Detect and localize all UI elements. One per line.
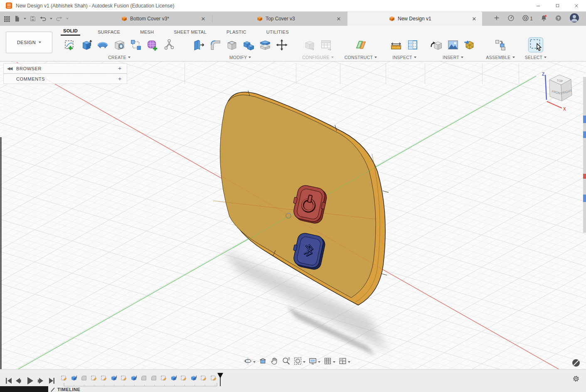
- browser-panel-header[interactable]: ◀◀ BROWSER ＋: [3, 63, 127, 74]
- new-component-icon[interactable]: [494, 39, 507, 51]
- toolbar-group-label[interactable]: SELECT: [525, 55, 543, 60]
- ribbon-tab-sheet-metal[interactable]: SHEET METAL: [171, 28, 209, 36]
- undo-caret[interactable]: [50, 18, 52, 20]
- timeline-feature-sketch[interactable]: [61, 375, 67, 381]
- configuration-icon[interactable]: [303, 39, 316, 51]
- workspace-selector[interactable]: DESIGN: [6, 32, 52, 53]
- timeline-feature-fillet[interactable]: [140, 375, 147, 381]
- display-settings-caret-icon[interactable]: [318, 361, 320, 363]
- grid-display-icon[interactable]: [323, 357, 332, 367]
- grid-display-caret-icon[interactable]: [333, 361, 335, 363]
- insert-mesh-icon[interactable]: [463, 39, 476, 51]
- orbit-tool[interactable]: [243, 356, 256, 367]
- toolbar-group-label[interactable]: CONFIGURE: [302, 55, 330, 60]
- generative-icon[interactable]: [163, 39, 175, 51]
- ribbon-tab-surface[interactable]: SURFACE: [95, 28, 123, 36]
- new-document-icon[interactable]: [493, 15, 500, 23]
- ribbon-tab-mesh[interactable]: MESH: [138, 28, 156, 36]
- look-at-icon[interactable]: [259, 357, 267, 367]
- viewports-icon[interactable]: [338, 357, 347, 367]
- go-to-start-button[interactable]: [6, 378, 12, 384]
- timeline-position-marker[interactable]: [215, 372, 225, 387]
- toolbar-group-label[interactable]: MODIFY: [229, 55, 247, 60]
- group-dropdown-caret[interactable]: [544, 57, 547, 58]
- fit-caret-icon[interactable]: [303, 361, 305, 363]
- measure-icon[interactable]: [390, 39, 402, 51]
- move-copy-icon[interactable]: [276, 39, 288, 51]
- group-dropdown-caret[interactable]: [512, 57, 515, 58]
- grid-display-tool[interactable]: [323, 356, 336, 367]
- zoom-tool[interactable]: [281, 356, 291, 367]
- timeline-feature-fillet[interactable]: [150, 375, 157, 381]
- save-icon[interactable]: [30, 15, 36, 22]
- toolbar-group-label[interactable]: ASSEMBLE: [486, 55, 510, 60]
- select-icon[interactable]: [528, 37, 544, 53]
- hole-icon[interactable]: [113, 39, 126, 51]
- viewports-caret-icon[interactable]: [348, 361, 350, 363]
- shell-icon[interactable]: [226, 39, 238, 51]
- viewports-tool[interactable]: [337, 356, 351, 367]
- group-dropdown-caret[interactable]: [249, 57, 251, 58]
- app-grid-icon[interactable]: [3, 15, 10, 22]
- timeline-feature-sketch[interactable]: [180, 375, 187, 381]
- orbit-caret-icon[interactable]: [253, 361, 256, 363]
- insert-derive-icon[interactable]: [430, 39, 443, 51]
- group-dropdown-caret[interactable]: [128, 57, 130, 58]
- pan-icon[interactable]: [270, 357, 279, 367]
- help-icon[interactable]: ?: [555, 15, 562, 23]
- section-analysis-icon[interactable]: [406, 39, 419, 51]
- fillet-icon[interactable]: [209, 39, 222, 51]
- timeline-feature-sketch[interactable]: [101, 375, 107, 381]
- canvas-icon[interactable]: [447, 39, 459, 51]
- create-form-icon[interactable]: [146, 39, 159, 51]
- timeline-feature-sketch[interactable]: [200, 375, 207, 381]
- fit-tool[interactable]: [293, 356, 306, 367]
- doc-tab-close-icon[interactable]: ✕: [470, 16, 478, 22]
- job-status-indicator[interactable]: 1: [522, 15, 533, 23]
- display-settings-icon[interactable]: [308, 357, 317, 367]
- extensions-icon[interactable]: [507, 15, 515, 23]
- view-cube[interactable]: Z TOP FRONT RIGHT X: [542, 72, 573, 111]
- group-dropdown-caret[interactable]: [331, 57, 334, 58]
- pattern-icon[interactable]: [130, 39, 142, 51]
- redo-icon[interactable]: [56, 15, 63, 22]
- ribbon-tab-plastic[interactable]: PLASTIC: [224, 28, 249, 36]
- group-dropdown-caret[interactable]: [461, 57, 463, 58]
- docked-panel-strip[interactable]: [583, 77, 586, 233]
- timeline-feature-extrude[interactable]: [130, 375, 137, 381]
- section-disabled-badge[interactable]: [572, 359, 580, 367]
- toolbar-group-label[interactable]: CONSTRUCT: [345, 55, 373, 60]
- display-settings-tool[interactable]: [308, 356, 321, 367]
- maximize-button[interactable]: [548, 0, 567, 11]
- timeline-feature-sketch[interactable]: [160, 375, 167, 381]
- group-dropdown-caret[interactable]: [374, 57, 377, 58]
- undo-icon[interactable]: [39, 15, 47, 22]
- pan-tool[interactable]: [269, 356, 280, 367]
- timeline-feature-sketch[interactable]: [121, 375, 127, 381]
- toolbar-group-label[interactable]: CREATE: [108, 55, 126, 60]
- split-body-icon[interactable]: [259, 39, 271, 51]
- comments-panel-header[interactable]: COMMENTS ＋: [3, 74, 127, 84]
- extrude-icon[interactable]: [80, 39, 92, 51]
- config-table-icon[interactable]: [320, 39, 332, 51]
- file-menu-icon[interactable]: [14, 15, 20, 22]
- doc-tab-bottom-cover[interactable]: Bottom Cover v3* ✕: [81, 12, 211, 26]
- timeline-settings-gear-icon[interactable]: [572, 375, 580, 385]
- play-button[interactable]: [27, 377, 33, 385]
- timeline-feature-extrude[interactable]: [190, 375, 197, 381]
- revolve-icon[interactable]: [96, 39, 109, 51]
- timeline-feature-extrude[interactable]: [71, 375, 77, 381]
- orbit-icon[interactable]: [244, 357, 252, 367]
- press-pull-icon[interactable]: [192, 39, 205, 51]
- timeline-feature-extrude[interactable]: [111, 375, 117, 381]
- close-button[interactable]: [567, 0, 586, 11]
- minimize-button[interactable]: [529, 0, 548, 11]
- ribbon-tab-solid[interactable]: SOLID: [61, 27, 80, 36]
- look-at-tool[interactable]: [258, 356, 268, 367]
- redo-caret[interactable]: [66, 18, 69, 20]
- timeline-feature-sketch[interactable]: [91, 375, 97, 381]
- browser-expand-icon[interactable]: ＋: [117, 65, 123, 72]
- notifications-icon[interactable]: [540, 15, 547, 23]
- combine-icon[interactable]: [242, 39, 255, 51]
- profile-avatar[interactable]: [569, 13, 579, 25]
